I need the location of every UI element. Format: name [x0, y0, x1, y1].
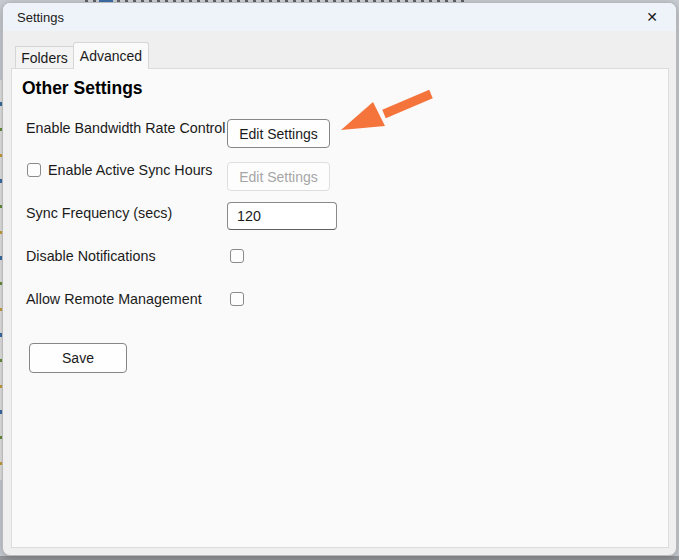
- tab-advanced[interactable]: Advanced: [73, 42, 149, 69]
- section-heading: Other Settings: [22, 78, 143, 99]
- bandwidth-rate-control-label: Enable Bandwidth Rate Control: [26, 113, 226, 143]
- sync-frequency-label: Sync Frequency (secs): [26, 198, 172, 228]
- tab-advanced-label: Advanced: [80, 48, 142, 64]
- tab-folders-label: Folders: [21, 50, 68, 66]
- active-sync-hours-checkbox[interactable]: [27, 163, 41, 177]
- advanced-tab-panel: Other Settings Enable Bandwidth Rate Con…: [11, 68, 669, 548]
- bandwidth-edit-settings-button[interactable]: Edit Settings: [227, 119, 330, 148]
- titlebar[interactable]: Settings ✕: [3, 3, 676, 31]
- active-sync-edit-settings-button: Edit Settings: [227, 162, 330, 191]
- disable-notifications-label: Disable Notifications: [26, 241, 156, 271]
- close-button[interactable]: ✕: [636, 4, 668, 30]
- settings-dialog: Settings ✕ Folders Advanced Other Settin…: [2, 2, 677, 556]
- tab-folders[interactable]: Folders: [15, 46, 73, 69]
- background-bottom-strip: [0, 556, 679, 560]
- disable-notifications-checkbox[interactable]: [230, 249, 244, 263]
- active-sync-hours-label: Enable Active Sync Hours: [48, 155, 213, 185]
- allow-remote-management-checkbox[interactable]: [230, 292, 244, 306]
- save-button[interactable]: Save: [29, 343, 127, 373]
- window-title: Settings: [17, 10, 64, 25]
- sync-frequency-input[interactable]: [227, 202, 337, 230]
- allow-remote-management-label: Allow Remote Management: [26, 284, 202, 314]
- annotation-arrow-icon: [327, 84, 447, 139]
- close-icon: ✕: [646, 9, 658, 25]
